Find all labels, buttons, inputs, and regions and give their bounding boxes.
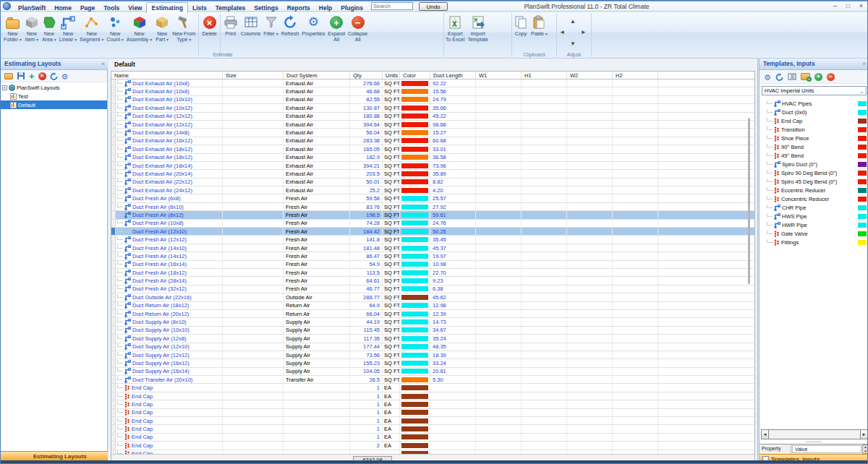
menu-tools[interactable]: Tools	[99, 4, 124, 13]
grid-row[interactable]: Duct Fresh Air (32x12)Fresh Air46.77SQ F…	[111, 285, 754, 293]
color-swatch[interactable]	[858, 205, 867, 210]
minus-circle-icon[interactable]: −	[827, 73, 835, 81]
adjust-down-icon[interactable]: ▼	[570, 40, 576, 47]
menu-settings[interactable]: Settings	[250, 4, 283, 13]
plus-icon[interactable]: +	[29, 69, 35, 82]
new-area-button[interactable]: NewArea ▾	[41, 14, 58, 51]
grid-row[interactable]: Duct Supply Air (10x10)Supply Air115.45S…	[111, 327, 754, 335]
grid-row[interactable]: Duct Fresh Air (8x12)Fresh Air198.5SQ FT…	[111, 211, 754, 219]
folder-add-icon[interactable]: +	[801, 73, 810, 80]
adjust-left-icon[interactable]: ◄	[559, 29, 565, 35]
column-header-w2[interactable]: W2	[567, 72, 613, 79]
template-item-spiro-45-deg-bend-0-[interactable]: Spiro 45 Deg Bend (0")	[760, 177, 868, 186]
grid-row[interactable]: Duct Fresh Air (14x12)Fresh Air86.47SQ F…	[111, 252, 754, 260]
grid-row[interactable]: Duct Supply Air (12x8)Supply Air117.35SQ…	[111, 335, 754, 343]
grid-row[interactable]: Duct Fresh Air (18x12)Fresh Air113.5SQ F…	[111, 269, 754, 277]
grid-row[interactable]: End Cap1EA	[111, 425, 754, 433]
grid-row[interactable]: Duct Supply Air (12x10)Supply Air177.44S…	[111, 343, 754, 351]
template-item-shoe-piece[interactable]: Shoe Piece	[760, 134, 868, 142]
units-dropdown[interactable]: HVAC Imperial Units ⌄	[762, 86, 867, 95]
grid-row[interactable]: Duct Exhaust Air (16x12)Exhaust Air283.3…	[111, 137, 754, 145]
menu-estimating[interactable]: Estimating	[146, 2, 187, 13]
column-header-duct-length[interactable]: Duct Length	[430, 72, 476, 79]
scroll-right-icon[interactable]: ►	[860, 429, 868, 439]
grid-row[interactable]: End Cap2EA	[111, 442, 754, 450]
maximize-button[interactable]: □	[846, 2, 850, 9]
grid-row[interactable]: Duct Fresh Air (10x8)Fresh Air74.28SQ FT…	[111, 220, 754, 228]
color-swatch[interactable]	[858, 153, 867, 158]
color-swatch[interactable]	[858, 188, 867, 193]
template-item-90-bend[interactable]: 90° Bend	[760, 142, 868, 151]
value-spinner[interactable]: ▲▼	[862, 444, 868, 454]
color-swatch[interactable]	[858, 197, 867, 202]
menu-planswift[interactable]: PlanSwift	[14, 4, 50, 13]
column-header-qty[interactable]: Qty	[350, 72, 383, 79]
grid-row[interactable]: Duct Transfer Air (20x10)Transfer Air26.…	[111, 376, 754, 384]
menu-help[interactable]: Help	[315, 4, 336, 13]
adjust-up-icon[interactable]: ▲	[570, 18, 576, 25]
estimating-layouts-footer[interactable]: Estimating Layouts	[1, 451, 108, 461]
color-swatch[interactable]	[858, 101, 867, 106]
color-swatch[interactable]	[858, 179, 867, 184]
menu-page[interactable]: Page	[76, 4, 99, 13]
grid-row[interactable]: End Cap1EA	[111, 384, 754, 392]
collapse-left-panel-icon[interactable]: «	[101, 59, 105, 69]
properties-button[interactable]: ⚙Properties	[300, 14, 326, 51]
grid-row[interactable]: Duct Exhaust Air (22x12)Exhaust Air50.01…	[111, 179, 754, 186]
grid-row[interactable]: End Cap1EA	[111, 409, 754, 417]
gear-icon[interactable]: ⚙	[61, 69, 69, 82]
grid-row[interactable]: Duct Outside Air (22x16)Outside Air288.7…	[111, 293, 754, 301]
menu-view[interactable]: View	[124, 4, 146, 13]
delete-button[interactable]: ×Delete	[200, 14, 218, 51]
scroll-track[interactable]	[769, 429, 860, 439]
layout-node-test[interactable]: Test	[1, 92, 107, 100]
grid-row[interactable]: Duct Exhaust Air (18x12)Exhaust Air182.9…	[111, 154, 754, 162]
color-swatch[interactable]	[858, 127, 867, 132]
folder-icon[interactable]	[4, 73, 13, 80]
print-button[interactable]: Print	[222, 14, 239, 51]
scroll-left-icon[interactable]: ◄	[761, 429, 769, 439]
template-item-spiro-90-deg-bend-0-[interactable]: Spiro 90 Deg Bend (0")	[760, 168, 868, 177]
template-item-hwr-pipe[interactable]: HWR Pipe	[760, 220, 868, 229]
paste-button[interactable]: Paste ▾	[529, 14, 549, 51]
save-icon[interactable]	[17, 72, 25, 80]
template-item-gate-valve[interactable]: Gate Valve	[760, 229, 868, 238]
column-header-h1[interactable]: H1	[522, 72, 567, 79]
grid-row[interactable]: Duct Fresh Air (12x10)Fresh Air184.42SQ …	[111, 228, 754, 236]
layout-node-default[interactable]: Default	[1, 100, 107, 109]
color-swatch[interactable]	[858, 136, 867, 141]
columns-button[interactable]: Columns	[239, 14, 263, 51]
menu-lists[interactable]: Lists	[188, 4, 211, 13]
minimize-button[interactable]: –	[833, 2, 837, 9]
column-header-h2[interactable]: H2	[613, 72, 658, 79]
template-item-chr-pipe[interactable]: CHR Pipe	[760, 203, 868, 212]
new-from-type-button[interactable]: New FromType ▾	[171, 14, 197, 51]
color-swatch[interactable]	[858, 231, 867, 236]
color-swatch[interactable]	[858, 240, 867, 245]
collapse-right-panel-icon[interactable]: »	[862, 59, 866, 69]
expander-icon[interactable]: +	[2, 85, 7, 90]
adjust-right-icon[interactable]: ►	[581, 29, 587, 35]
menu-reports[interactable]: Reports	[283, 4, 315, 13]
grid-row[interactable]: End Cap1EA	[111, 434, 754, 442]
new-segment-button[interactable]: NewSegment ▾	[78, 14, 105, 51]
color-swatch[interactable]	[858, 145, 867, 150]
grid-row[interactable]: Duct Fresh Air (12x12)Fresh Air141.8SQ F…	[111, 236, 754, 244]
template-item-hws-pipe[interactable]: HWS Pipe	[760, 212, 868, 220]
menu-templates[interactable]: Templates	[211, 4, 250, 13]
horizontal-scrollbar[interactable]: ◄ ►	[761, 429, 868, 439]
template-item-transition[interactable]: Transition	[760, 125, 868, 134]
column-header-color[interactable]: Color	[400, 72, 430, 79]
column-header-name[interactable]: Name	[111, 72, 223, 79]
grid-row[interactable]: End Cap1EA	[111, 417, 754, 425]
grid-row[interactable]: Duct Exhaust Air (10x8)Exhaust Air276.66…	[111, 80, 754, 87]
layout-node-planswift-layouts[interactable]: +PlanSwift Layouts	[1, 83, 107, 92]
grid-row[interactable]: Duct Exhaust Air (18x12)Exhaust Air165.0…	[111, 145, 754, 153]
grid-row[interactable]: Duct Exhaust Air (14x8)Exhaust Air56.04S…	[111, 129, 754, 137]
color-swatch[interactable]	[858, 214, 867, 219]
template-item-fittings[interactable]: Fittings	[760, 238, 868, 246]
template-item-spiro-duct-0-[interactable]: Spiro Duct (0")	[760, 160, 868, 168]
close-button[interactable]: ×	[859, 2, 863, 9]
export-to-excel-button[interactable]: XExportTo Excel	[444, 14, 466, 51]
new-linear-button[interactable]: NewLinear ▾	[58, 14, 78, 51]
